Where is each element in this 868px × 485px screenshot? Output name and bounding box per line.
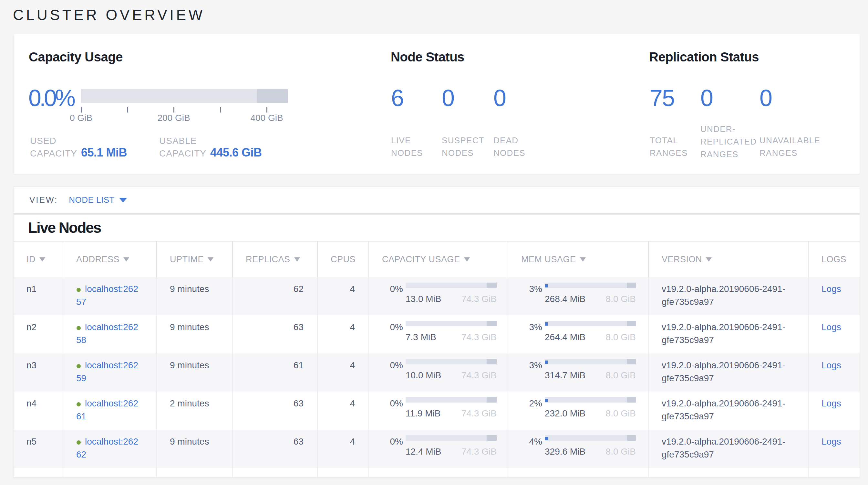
node-replicas: 63 xyxy=(293,436,304,447)
node-uptime-cell: 2 minutes xyxy=(157,392,233,430)
usable-capacity-value: 445.6 GiB xyxy=(210,146,262,159)
node-version-line2: gfe735c9a97 xyxy=(662,373,714,383)
column-header-label: LOGS xyxy=(822,254,846,264)
column-header-mem-usage[interactable]: MEM USAGE xyxy=(508,241,649,277)
column-header-address[interactable]: ADDRESS xyxy=(63,241,157,277)
node-logs-cell: Logs xyxy=(809,277,860,315)
mem-total-value: 8.0 GiB xyxy=(606,293,636,306)
node-capacity-usage-cell: 0% 11.9 MiB74.3 GiB xyxy=(369,392,508,430)
node-logs-link[interactable]: Logs xyxy=(822,284,841,294)
sort-caret-icon xyxy=(706,257,712,262)
node-uptime-cell: 9 minutes xyxy=(157,353,233,392)
view-dropdown[interactable]: NODE LIST xyxy=(69,195,127,205)
node-table-partial-cell xyxy=(649,468,809,477)
gauge-tick xyxy=(267,107,268,113)
bar-fill-segment xyxy=(545,322,548,325)
node-id: n3 xyxy=(27,360,36,370)
capacity-usage-section: Capacity Usage 0.0% 0 GiB200 GiB400 GiB … xyxy=(30,34,392,174)
bar-fill-segment xyxy=(545,437,548,440)
node-version-cell: v19.2.0-alpha.20190606-2491-gfe735c9a97 xyxy=(649,392,809,430)
node-address-cell: localhost:26258 xyxy=(63,315,157,353)
node-address-line2: 58 xyxy=(76,335,86,345)
node-cpus-cell: 4 xyxy=(318,315,369,353)
node-address-link[interactable]: localhost:26259 xyxy=(76,359,138,385)
bar-dark-segment xyxy=(487,321,497,326)
view-dropdown-value[interactable]: NODE LIST xyxy=(69,195,115,205)
node-id-cell: n5 xyxy=(13,430,63,468)
node-address-line1: localhost:262 xyxy=(85,360,138,370)
node-address-link[interactable]: localhost:26257 xyxy=(76,283,138,309)
node-cpus-cell: 4 xyxy=(318,277,369,315)
node-capacity-usage-cell: 0% 10.0 MiB74.3 GiB xyxy=(369,353,508,392)
column-header-label: UPTIME xyxy=(170,254,204,264)
node-uptime: 9 minutes xyxy=(170,360,209,370)
column-header-capacity-usage[interactable]: CAPACITY USAGE xyxy=(369,241,508,277)
capacity-usage-bar xyxy=(406,397,497,403)
node-id-cell: n3 xyxy=(13,353,63,392)
node-uptime-cell: 9 minutes xyxy=(157,315,233,353)
node-uptime-cell: 9 minutes xyxy=(157,430,233,468)
node-uptime: 9 minutes xyxy=(170,322,209,332)
page-title: CLUSTER OVERVIEW xyxy=(13,7,205,22)
node-address-link[interactable]: localhost:26262 xyxy=(76,435,138,461)
sort-caret-icon xyxy=(580,257,586,262)
node-uptime: 9 minutes xyxy=(170,436,209,447)
node-cpus-cell: 4 xyxy=(318,353,369,392)
capacity-used-value: 11.9 MiB xyxy=(406,407,440,420)
column-header-uptime[interactable]: UPTIME xyxy=(157,241,233,277)
column-header-label: CAPACITY USAGE xyxy=(382,254,460,264)
usable-capacity-stat: USABLECAPACITY445.6 GiB xyxy=(159,135,262,160)
node-address-link[interactable]: localhost:26258 xyxy=(76,321,138,347)
node-uptime: 2 minutes xyxy=(170,398,209,408)
gauge-tick xyxy=(220,107,221,113)
node-replicas: 61 xyxy=(293,360,304,370)
node-version-line1: v19.2.0-alpha.20190606-2491- xyxy=(662,322,785,332)
node-id-cell: n2 xyxy=(13,315,63,353)
column-header-id[interactable]: ID xyxy=(13,241,63,277)
sort-caret-icon xyxy=(39,257,45,262)
live-status-icon xyxy=(76,326,81,330)
node-capacity-usage-cell: 0% 13.0 MiB74.3 GiB xyxy=(369,277,508,315)
sort-caret-icon xyxy=(123,257,129,262)
node-address-line1: localhost:262 xyxy=(85,436,138,447)
capacity-used-value: 13.0 MiB xyxy=(406,293,441,306)
node-table-row: n1 localhost:26257 9 minutes 62 4 0% 13.… xyxy=(13,277,860,315)
mem-usage-bar xyxy=(545,435,636,441)
node-id: n1 xyxy=(27,284,36,294)
node-version-cell: v19.2.0-alpha.20190606-2491-gfe735c9a97 xyxy=(649,353,809,392)
node-table-partial-cell xyxy=(13,468,63,477)
capacity-percent-value: 0.0% xyxy=(28,86,73,110)
node-address-cell: localhost:26262 xyxy=(63,430,157,468)
mem-usage-bar xyxy=(545,397,636,403)
node-id: n2 xyxy=(27,322,36,332)
column-header-label: REPLICAS xyxy=(246,254,290,264)
node-address-link[interactable]: localhost:26261 xyxy=(76,397,138,423)
column-header-label: ID xyxy=(27,254,35,264)
stat-label: LIVENODES xyxy=(391,134,423,160)
capacity-percent-label: 0% xyxy=(382,359,403,372)
column-header-version[interactable]: VERSION xyxy=(649,241,809,277)
live-nodes-table: IDADDRESSUPTIMEREPLICASCPUSCAPACITY USAG… xyxy=(13,241,860,477)
node-logs-link[interactable]: Logs xyxy=(822,360,841,370)
capacity-percent-label: 0% xyxy=(382,321,403,334)
node-version-line2: gfe735c9a97 xyxy=(662,450,714,459)
gauge-tick-label: 400 GiB xyxy=(235,113,299,122)
sort-caret-icon xyxy=(294,257,300,262)
view-bar: VIEW: NODE LIST xyxy=(13,187,860,214)
node-address-line1: localhost:262 xyxy=(85,284,138,294)
capacity-total-value: 74.3 GiB xyxy=(461,407,497,420)
column-header-cpus: CPUS xyxy=(318,241,369,277)
node-status-section: Node Status 6LIVENODES0SUSPECTNODES0DEAD… xyxy=(392,34,650,174)
node-logs-link[interactable]: Logs xyxy=(822,398,841,408)
node-logs-link[interactable]: Logs xyxy=(822,322,841,332)
node-version-line2: gfe735c9a97 xyxy=(662,335,714,345)
node-address-line2: 61 xyxy=(76,411,86,421)
node-logs-link[interactable]: Logs xyxy=(822,436,841,447)
live-status-icon xyxy=(76,440,81,445)
capacity-usage-title: Capacity Usage xyxy=(29,51,123,63)
gauge-tick-label: 200 GiB xyxy=(142,113,206,122)
capacity-percent-label: 0% xyxy=(382,397,403,410)
node-address-cell: localhost:26261 xyxy=(63,392,157,430)
column-header-replicas[interactable]: REPLICAS xyxy=(233,241,318,277)
mem-usage-bar xyxy=(545,283,636,288)
